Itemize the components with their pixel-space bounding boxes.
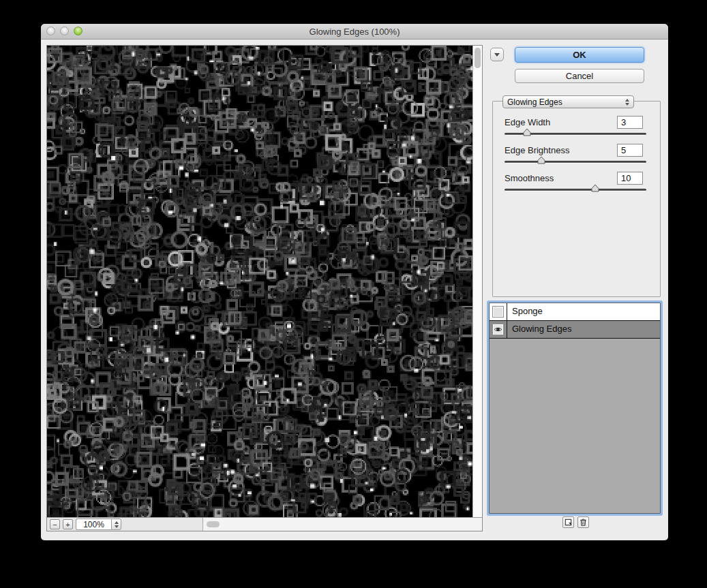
popup-stepper-icon <box>625 99 629 106</box>
edge-brightness-label: Edge Brightness <box>505 145 569 155</box>
smoothness-input[interactable] <box>617 172 643 185</box>
edge-brightness-slider-thumb[interactable] <box>537 155 545 163</box>
filter-gallery-dialog: Glowing Edges (100%) − + 100% <box>41 24 668 540</box>
preview-status-bar: − + 100% <box>47 517 482 531</box>
edge-width-label: Edge Width <box>505 117 550 127</box>
layer-name: Glowing Edges <box>507 321 571 338</box>
edge-brightness-slider[interactable] <box>505 161 646 164</box>
filter-select-dropdown[interactable]: Glowing Edges <box>502 95 634 108</box>
edge-width-slider[interactable] <box>505 133 646 136</box>
zoom-level-field[interactable]: 100% <box>76 519 111 530</box>
stepper-down-icon <box>115 525 119 528</box>
filter-preview-pane: − + 100% <box>46 45 483 531</box>
layer-row-glowing-edges[interactable]: Glowing Edges <box>490 321 660 339</box>
new-effect-layer-button[interactable] <box>562 516 574 528</box>
hide-filter-thumbnails-button[interactable] <box>490 48 504 61</box>
window-title: Glowing Edges (100%) <box>41 27 668 37</box>
title-bar[interactable]: Glowing Edges (100%) <box>41 24 668 40</box>
filter-select-value: Glowing Edges <box>507 97 625 107</box>
vertical-scrollbar[interactable] <box>472 46 482 517</box>
horizontal-scrollbar[interactable] <box>203 518 482 531</box>
filter-settings-group <box>492 101 661 297</box>
chevron-down-icon <box>494 53 500 57</box>
zoom-in-button[interactable]: + <box>63 519 73 529</box>
delete-effect-layer-button[interactable] <box>577 516 589 528</box>
smoothness-slider[interactable] <box>505 189 646 191</box>
smoothness-label: Smoothness <box>505 173 554 183</box>
new-layer-icon <box>564 518 573 527</box>
effect-layer-list: Sponge Glowing Edges <box>489 303 661 514</box>
visibility-toggle[interactable] <box>490 321 507 338</box>
stepper-up-icon <box>115 521 119 524</box>
smoothness-slider-thumb[interactable] <box>591 183 599 191</box>
cancel-button[interactable]: Cancel <box>515 69 644 83</box>
zoom-stepper[interactable] <box>111 519 121 530</box>
layer-name: Sponge <box>507 303 543 320</box>
ok-button[interactable]: OK <box>515 47 644 63</box>
edge-brightness-input[interactable] <box>617 144 643 157</box>
preview-canvas[interactable] <box>47 46 472 517</box>
vertical-scrollbar-thumb[interactable] <box>475 48 481 68</box>
edge-width-slider-thumb[interactable] <box>523 127 531 135</box>
layer-row-sponge[interactable]: Sponge <box>490 303 660 321</box>
visibility-toggle[interactable] <box>490 303 507 320</box>
eye-icon <box>494 325 502 334</box>
zoom-out-button[interactable]: − <box>50 519 60 529</box>
edge-width-input[interactable] <box>617 116 643 129</box>
horizontal-scrollbar-thumb[interactable] <box>207 521 220 527</box>
trash-icon <box>579 518 588 527</box>
